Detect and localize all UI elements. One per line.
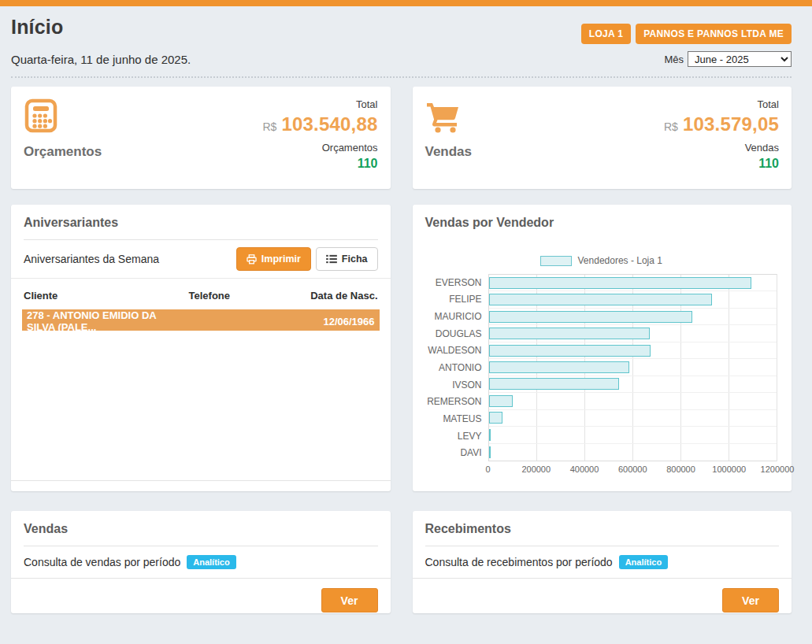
vendas-report-card: Vendas Consulta de vendas por período An… bbox=[11, 511, 391, 613]
vendas-count-label: Vendas bbox=[745, 142, 779, 154]
company-badge[interactable]: PANNOS E PANNOS LTDA ME bbox=[636, 24, 792, 44]
x-tick-label: 0 bbox=[485, 464, 490, 474]
chart-row bbox=[489, 291, 777, 308]
analitico-badge: Analítico bbox=[619, 555, 668, 569]
row-data-nasc: 12/06/1966 bbox=[282, 316, 376, 328]
orcamentos-currency: R$ bbox=[262, 120, 276, 133]
chart-row bbox=[489, 444, 777, 461]
orcamentos-count-label: Orçamentos bbox=[322, 142, 378, 154]
bar-chart: Vendedores - Loja 1 EVERSONFELIPEMAURICI… bbox=[413, 239, 792, 491]
vendas-summary-card: Vendas Total R$ 103.579,05 Vendas 110 bbox=[413, 87, 792, 189]
bar-douglas bbox=[489, 328, 651, 339]
ver-vendas-button[interactable]: Ver bbox=[321, 588, 378, 613]
x-tick-label: 600000 bbox=[618, 464, 647, 474]
aniversariantes-subtitle: Aniversariantes da Semana bbox=[24, 253, 159, 265]
bar-felipe bbox=[489, 294, 713, 305]
orcamentos-total-label: Total bbox=[356, 98, 377, 110]
chart-legend: Vendedores - Loja 1 bbox=[425, 255, 778, 266]
x-tick-label: 800000 bbox=[666, 464, 695, 474]
y-axis-label: ANTONIO bbox=[425, 359, 482, 376]
orcamentos-summary-card: Orçamentos Total R$ 103.540,88 Orçamento… bbox=[11, 87, 391, 189]
column-header-telefone: Telefone bbox=[189, 290, 284, 302]
y-axis-label: MAURICIO bbox=[425, 308, 482, 325]
column-header-data-nasc: Data de Nasc. bbox=[284, 290, 378, 302]
analitico-badge: Analítico bbox=[187, 555, 235, 569]
gridline bbox=[777, 275, 777, 461]
vendas-report-description: Consulta de vendas por período bbox=[24, 556, 180, 568]
month-label: Mês bbox=[664, 54, 684, 65]
bar-waldeson bbox=[489, 345, 651, 357]
current-date: Quarta-feira, 11 de junho de 2025. bbox=[11, 53, 191, 66]
aniversariantes-title: Aniversariantes bbox=[11, 205, 391, 239]
x-tick-label: 200000 bbox=[521, 464, 551, 474]
recebimentos-report-description: Consulta de recebimentos por período bbox=[425, 556, 613, 568]
x-tick-label: 1200000 bbox=[761, 464, 795, 474]
vendas-label: Vendas bbox=[425, 144, 473, 160]
vendas-count-value: 110 bbox=[758, 157, 779, 171]
vendas-total-label: Total bbox=[758, 98, 779, 110]
chart-row bbox=[489, 410, 777, 427]
chart-row bbox=[489, 376, 777, 393]
chart-title: Vendas por Vendedor bbox=[413, 205, 792, 239]
x-tick-label: 400000 bbox=[570, 464, 599, 474]
chart-row bbox=[489, 275, 777, 291]
imprimir-button[interactable]: Imprimir bbox=[236, 247, 311, 271]
printer-icon bbox=[247, 254, 257, 265]
chart-x-ticks: 020000040000060000080000010000001200000 bbox=[488, 464, 778, 480]
table-row[interactable]: 278 - ANTONIO EMIDIO DA SILVA (PALE... 1… bbox=[22, 309, 380, 331]
recebimentos-report-title: Recebimentos bbox=[413, 511, 792, 546]
bar-ivson bbox=[489, 378, 619, 390]
bar-everson bbox=[489, 277, 752, 289]
list-icon bbox=[326, 254, 337, 264]
chart-plot bbox=[488, 274, 778, 461]
y-axis-label: WALDESON bbox=[425, 342, 482, 360]
bar-antonio bbox=[489, 361, 629, 373]
recebimentos-report-card: Recebimentos Consulta de recebimentos po… bbox=[413, 511, 792, 613]
ver-recebimentos-button[interactable]: Ver bbox=[722, 588, 779, 613]
bar-remerson bbox=[489, 395, 514, 407]
y-axis-label: EVERSON bbox=[425, 274, 482, 291]
legend-swatch bbox=[540, 256, 572, 266]
chart-row bbox=[489, 342, 777, 359]
bar-mauricio bbox=[489, 311, 692, 323]
imprimir-label: Imprimir bbox=[261, 254, 301, 265]
orcamentos-label: Orçamentos bbox=[24, 144, 102, 160]
y-axis-label: IVSON bbox=[425, 376, 482, 394]
legend-label: Vendedores - Loja 1 bbox=[578, 255, 662, 266]
ficha-button[interactable]: Ficha bbox=[316, 247, 378, 271]
row-cliente: 278 - ANTONIO EMIDIO DA SILVA (PALE... bbox=[27, 309, 187, 333]
vendas-report-title: Vendas bbox=[11, 511, 391, 546]
top-accent-bar bbox=[0, 0, 812, 6]
aniversariantes-card: Aniversariantes Aniversariantes da Seman… bbox=[11, 205, 391, 491]
date-row: Quarta-feira, 11 de junho de 2025. Mês J… bbox=[11, 51, 792, 78]
bar-mateus bbox=[489, 412, 502, 424]
chart-row bbox=[489, 359, 777, 376]
chart-row bbox=[489, 427, 777, 443]
header-badges: LOJA 1 PANNOS E PANNOS LTDA ME bbox=[581, 24, 792, 44]
chart-row bbox=[489, 325, 777, 342]
column-header-cliente: Cliente bbox=[24, 290, 189, 302]
y-axis-label: LEVY bbox=[425, 427, 482, 445]
calculator-icon bbox=[24, 98, 102, 133]
vendas-total-value: 103.579,05 bbox=[683, 113, 779, 135]
ficha-label: Ficha bbox=[342, 254, 368, 265]
store-badge[interactable]: LOJA 1 bbox=[581, 24, 631, 44]
orcamentos-total-value: 103.540,88 bbox=[281, 113, 377, 135]
y-axis-label: FELIPE bbox=[425, 291, 482, 309]
chart-row bbox=[489, 393, 777, 409]
chart-y-labels: EVERSONFELIPEMAURICIODOUGLASWALDESONANTO… bbox=[425, 274, 488, 461]
cart-icon bbox=[425, 98, 473, 133]
vendas-por-vendedor-card: Vendas por Vendedor Vendedores - Loja 1 … bbox=[413, 205, 792, 491]
y-axis-label: REMERSON bbox=[425, 393, 482, 410]
bar-levy bbox=[489, 429, 491, 441]
x-tick-label: 1000000 bbox=[712, 464, 746, 474]
vendas-currency: R$ bbox=[664, 120, 678, 133]
y-axis-label: DAVI bbox=[425, 444, 482, 461]
y-axis-label: MATEUS bbox=[425, 410, 482, 427]
chart-row bbox=[489, 309, 777, 325]
bar-davi bbox=[489, 446, 491, 458]
card-footer-divider bbox=[11, 480, 391, 491]
orcamentos-count-value: 110 bbox=[358, 157, 378, 171]
month-select[interactable]: June - 2025 bbox=[688, 51, 792, 67]
y-axis-label: DOUGLAS bbox=[425, 325, 482, 342]
